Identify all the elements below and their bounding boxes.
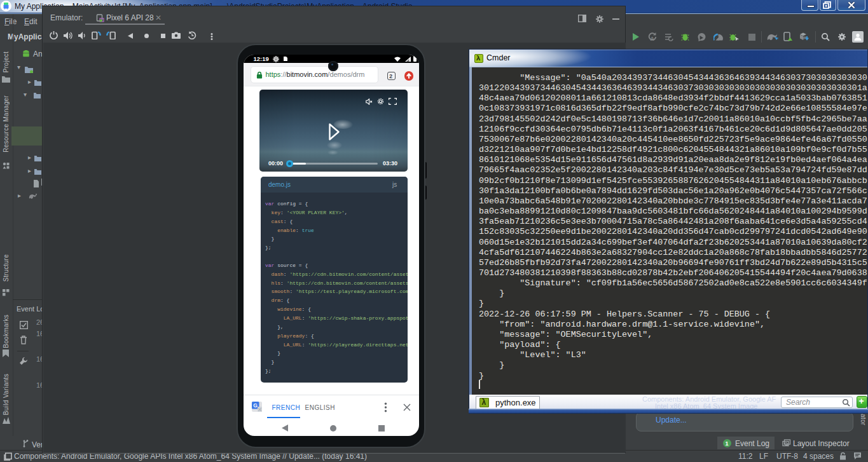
svg-text:G: G bbox=[253, 402, 258, 409]
svg-text:A: A bbox=[651, 36, 654, 41]
